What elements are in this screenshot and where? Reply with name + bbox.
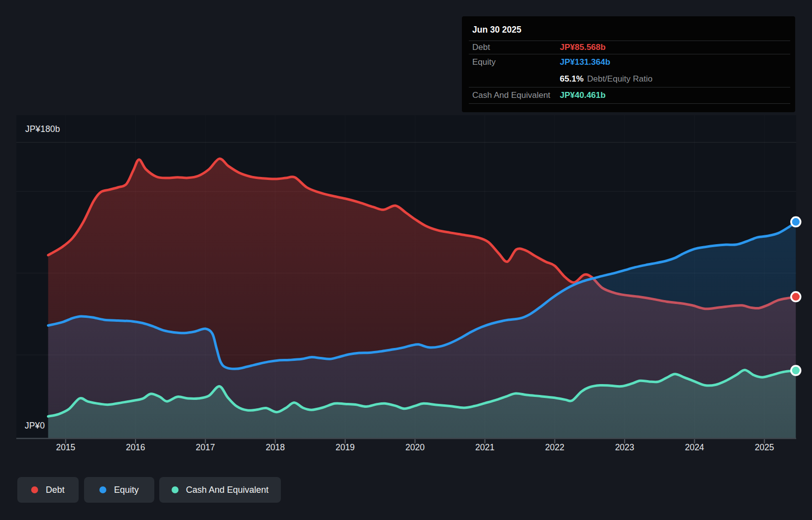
tooltip-ratio: 65.1%Debt/Equity Ratio	[560, 74, 653, 84]
y-axis-label-max: JP¥180b	[25, 124, 60, 134]
tooltip-divider	[469, 103, 790, 104]
page-root: JP¥180b JP¥0 201520162017201820192020202…	[0, 0, 812, 520]
x-axis-label: 2019	[335, 442, 355, 453]
cash-legend-dot-icon	[172, 486, 179, 493]
legend-label-cash: Cash And Equivalent	[186, 485, 269, 495]
tooltip-equity-label: Equity	[472, 57, 496, 67]
equity-end-marker	[791, 217, 801, 226]
tooltip-equity-value: JP¥131.364b	[560, 57, 610, 67]
tooltip: Jun 30 2025 Debt JP¥85.568b Equity JP¥13…	[462, 16, 795, 112]
x-axis-label: 2024	[685, 442, 704, 453]
legend-item-cash[interactable]: Cash And Equivalent	[159, 477, 281, 503]
tooltip-cash-value: JP¥40.461b	[560, 90, 606, 100]
x-axis-label: 2022	[545, 442, 564, 453]
equity-legend-dot-icon	[99, 486, 106, 493]
tooltip-divider	[469, 41, 790, 41]
tooltip-divider	[469, 87, 790, 87]
legend-label-debt: Debt	[45, 485, 64, 495]
x-axis-label: 2015	[56, 442, 75, 453]
legend-item-debt[interactable]: Debt	[17, 477, 79, 503]
tooltip-date: Jun 30 2025	[472, 25, 521, 35]
x-axis-label: 2016	[126, 442, 145, 453]
tooltip-debt-value: JP¥85.568b	[560, 43, 606, 52]
debt-end-marker	[791, 292, 801, 302]
legend-item-equity[interactable]: Equity	[84, 477, 154, 503]
tooltip-cash-label: Cash And Equivalent	[472, 90, 550, 100]
y-axis-label-zero: JP¥0	[25, 421, 45, 431]
x-axis-label: 2017	[196, 442, 215, 453]
tooltip-divider	[469, 54, 790, 54]
x-axis-label: 2020	[406, 442, 425, 453]
tooltip-debt-label: Debt	[472, 43, 490, 52]
tooltip-ratio-label: Debt/Equity Ratio	[587, 74, 652, 84]
legend-label-equity: Equity	[114, 485, 138, 495]
debt-legend-dot-icon	[31, 486, 38, 493]
tooltip-ratio-value: 65.1%	[560, 74, 584, 84]
x-axis-label: 2021	[475, 442, 495, 453]
x-axis-label: 2023	[615, 442, 634, 453]
x-axis-label: 2018	[266, 442, 285, 453]
cash-end-marker	[791, 366, 801, 375]
x-axis-label: 2025	[755, 442, 774, 453]
